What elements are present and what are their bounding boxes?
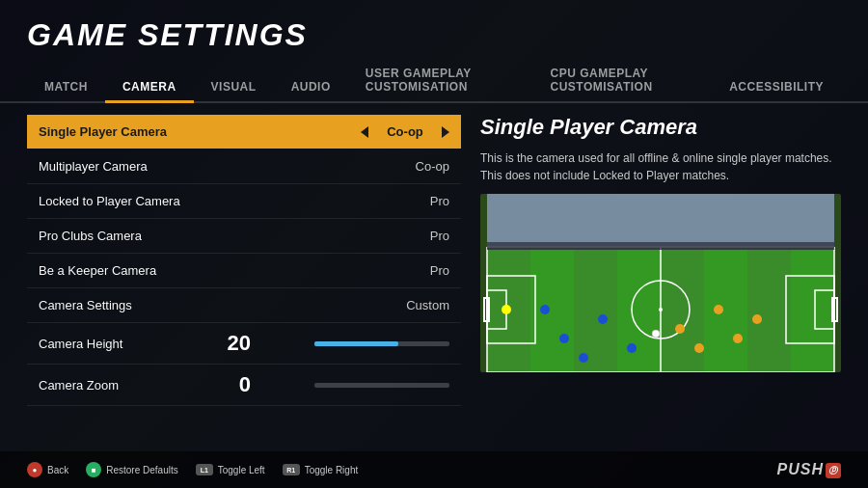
settings-panel: Single Player Camera Co-op Multiplayer C…	[27, 115, 461, 451]
l1-button-icon: L1	[196, 464, 213, 475]
setting-value-multiplayer-camera: Co-op	[416, 159, 449, 174]
svg-point-33	[752, 314, 762, 324]
svg-rect-5	[574, 247, 617, 372]
svg-rect-6	[617, 247, 661, 372]
push-logo-icon: ⓟ	[826, 463, 841, 478]
setting-label-camera-settings: Camera Settings	[39, 298, 132, 312]
setting-label-locked-player-camera: Locked to Player Camera	[39, 194, 180, 208]
svg-point-29	[675, 324, 685, 334]
setting-row-locked-player-camera[interactable]: Locked to Player Camera Pro	[27, 184, 461, 219]
arrow-left-icon[interactable]	[361, 126, 368, 138]
setting-value-camera-settings: Custom	[406, 298, 449, 312]
slider-label-camera-height: Camera Height	[39, 337, 164, 351]
r1-button-icon: R1	[283, 464, 300, 475]
tab-user-gameplay[interactable]: USER GAMEPLAY CUSTOMISATION	[348, 61, 533, 101]
setting-row-camera-settings[interactable]: Camera Settings Custom	[27, 288, 461, 323]
slider-value-camera-height: 20	[220, 331, 251, 356]
tabs-bar: MATCH CAMERA VISUAL AUDIO USER GAMEPLAY …	[0, 53, 868, 103]
selected-value-text: Co-op	[376, 124, 434, 139]
setting-value-locked-player-camera: Pro	[430, 194, 449, 208]
setting-value-wrapper: Co-op	[361, 124, 449, 139]
toggle-left-label: Toggle Left	[218, 465, 265, 475]
slider-value-camera-zoom: 0	[220, 372, 251, 397]
svg-rect-4	[530, 247, 574, 372]
svg-point-17	[659, 308, 663, 312]
arrow-right-icon[interactable]	[442, 126, 449, 138]
setting-row-single-player-camera[interactable]: Single Player Camera Co-op	[27, 115, 461, 149]
tab-visual[interactable]: VISUAL	[194, 74, 274, 101]
svg-rect-8	[704, 247, 747, 372]
setting-row-keeper-camera[interactable]: Be a Keeper Camera Pro	[27, 254, 461, 288]
svg-rect-36	[487, 194, 834, 242]
circle-button-icon: ●	[27, 462, 42, 477]
svg-rect-7	[661, 247, 704, 372]
setting-label-multiplayer-camera: Multiplayer Camera	[39, 159, 148, 174]
svg-rect-37	[487, 242, 834, 250]
restore-defaults-label: Restore Defaults	[106, 465, 177, 475]
tab-audio[interactable]: AUDIO	[274, 74, 348, 101]
info-title: Single Player Camera	[480, 115, 841, 140]
svg-rect-9	[747, 247, 791, 372]
tab-match[interactable]: MATCH	[27, 74, 105, 101]
svg-point-27	[579, 353, 588, 363]
square-button-icon: ■	[86, 462, 101, 477]
setting-label-keeper-camera: Be a Keeper Camera	[39, 263, 156, 278]
info-panel: Single Player Camera This is the camera …	[480, 115, 841, 451]
bottom-controls: ● Back ■ Restore Defaults L1 Toggle Left…	[27, 462, 358, 477]
setting-value-pro-clubs-camera: Pro	[430, 229, 449, 243]
slider-fill-camera-height	[314, 341, 398, 346]
slider-track-camera-zoom[interactable]	[314, 383, 449, 388]
push-logo: PUSHⓟ	[777, 461, 841, 478]
svg-point-26	[627, 343, 637, 353]
svg-point-30	[714, 305, 723, 314]
slider-row-camera-height[interactable]: Camera Height 20	[27, 323, 461, 365]
svg-point-34	[652, 330, 660, 338]
tab-cpu-gameplay[interactable]: CPU GAMEPLAY CUSTOMISATION	[532, 61, 712, 101]
svg-point-28	[540, 305, 550, 314]
svg-point-31	[694, 343, 704, 353]
setting-label-pro-clubs-camera: Pro Clubs Camera	[39, 229, 142, 243]
info-description: This is the camera used for all offline …	[480, 149, 841, 184]
control-toggle-left: L1 Toggle Left	[196, 464, 265, 475]
setting-row-pro-clubs-camera[interactable]: Pro Clubs Camera Pro	[27, 219, 461, 254]
svg-point-25	[598, 314, 608, 324]
back-label: Back	[47, 465, 68, 475]
control-restore-defaults: ■ Restore Defaults	[86, 462, 177, 477]
svg-point-35	[502, 305, 511, 314]
svg-point-24	[559, 334, 569, 343]
setting-label-single-player-camera: Single Player Camera	[39, 124, 167, 139]
setting-value-keeper-camera: Pro	[430, 263, 449, 278]
toggle-right-label: Toggle Right	[305, 465, 359, 475]
page-title: GAME SETTINGS	[27, 17, 841, 53]
setting-row-multiplayer-camera[interactable]: Multiplayer Camera Co-op	[27, 149, 461, 184]
control-toggle-right: R1 Toggle Right	[283, 464, 359, 475]
main-content: Single Player Camera Co-op Multiplayer C…	[0, 103, 868, 451]
slider-row-camera-zoom[interactable]: Camera Zoom 0	[27, 365, 461, 406]
camera-preview	[480, 194, 841, 372]
bottom-bar: ● Back ■ Restore Defaults L1 Toggle Left…	[0, 451, 868, 488]
slider-track-camera-height[interactable]	[314, 341, 449, 346]
slider-label-camera-zoom: Camera Zoom	[39, 378, 164, 393]
field-svg	[480, 194, 841, 372]
control-back: ● Back	[27, 462, 68, 477]
tab-camera[interactable]: CAMERA	[105, 74, 194, 101]
header: GAME SETTINGS	[0, 0, 868, 53]
svg-point-32	[733, 334, 743, 343]
tab-accessibility[interactable]: ACCESSIBILITY	[712, 74, 841, 101]
svg-rect-10	[791, 247, 834, 372]
